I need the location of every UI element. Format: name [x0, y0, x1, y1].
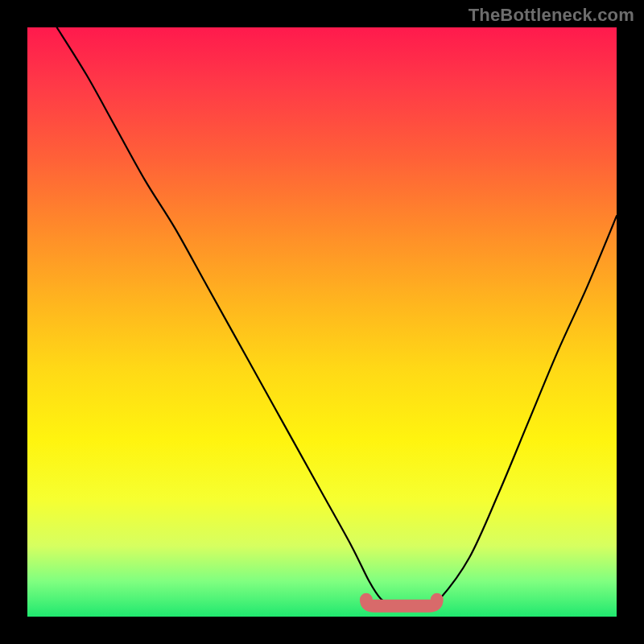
- watermark-text: TheBottleneck.com: [469, 5, 634, 26]
- bottleneck-curve: [57, 27, 617, 605]
- chart-svg: [27, 27, 617, 617]
- optimal-zone-marker: [366, 600, 437, 606]
- chart-frame: TheBottleneck.com: [0, 0, 644, 644]
- plot-area: [27, 27, 617, 617]
